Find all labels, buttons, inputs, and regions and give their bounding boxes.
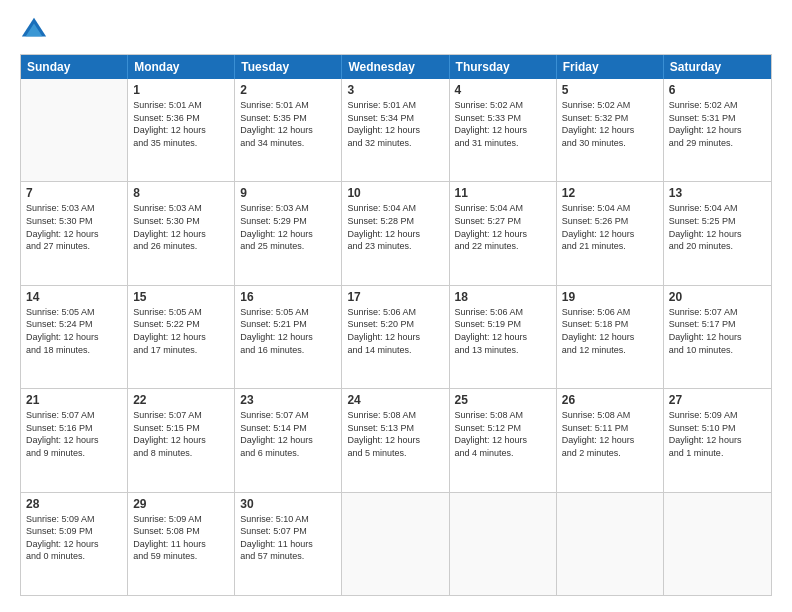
day-number: 26 [562, 393, 658, 407]
day-header-wednesday: Wednesday [342, 55, 449, 79]
day-info: Sunrise: 5:06 AM Sunset: 5:19 PM Dayligh… [455, 306, 551, 356]
day-number: 8 [133, 186, 229, 200]
day-number: 3 [347, 83, 443, 97]
day-info: Sunrise: 5:09 AM Sunset: 5:08 PM Dayligh… [133, 513, 229, 563]
day-cell-10: 10Sunrise: 5:04 AM Sunset: 5:28 PM Dayli… [342, 182, 449, 284]
week-row-1: 7Sunrise: 5:03 AM Sunset: 5:30 PM Daylig… [21, 182, 771, 285]
day-info: Sunrise: 5:05 AM Sunset: 5:24 PM Dayligh… [26, 306, 122, 356]
day-header-thursday: Thursday [450, 55, 557, 79]
day-info: Sunrise: 5:07 AM Sunset: 5:15 PM Dayligh… [133, 409, 229, 459]
day-cell-30: 30Sunrise: 5:10 AM Sunset: 5:07 PM Dayli… [235, 493, 342, 595]
day-cell-12: 12Sunrise: 5:04 AM Sunset: 5:26 PM Dayli… [557, 182, 664, 284]
day-cell-29: 29Sunrise: 5:09 AM Sunset: 5:08 PM Dayli… [128, 493, 235, 595]
day-number: 12 [562, 186, 658, 200]
day-cell-22: 22Sunrise: 5:07 AM Sunset: 5:15 PM Dayli… [128, 389, 235, 491]
week-row-3: 21Sunrise: 5:07 AM Sunset: 5:16 PM Dayli… [21, 389, 771, 492]
day-cell-24: 24Sunrise: 5:08 AM Sunset: 5:13 PM Dayli… [342, 389, 449, 491]
day-number: 30 [240, 497, 336, 511]
day-info: Sunrise: 5:10 AM Sunset: 5:07 PM Dayligh… [240, 513, 336, 563]
day-header-tuesday: Tuesday [235, 55, 342, 79]
day-number: 18 [455, 290, 551, 304]
day-cell-17: 17Sunrise: 5:06 AM Sunset: 5:20 PM Dayli… [342, 286, 449, 388]
day-cell-4: 4Sunrise: 5:02 AM Sunset: 5:33 PM Daylig… [450, 79, 557, 181]
day-number: 29 [133, 497, 229, 511]
day-info: Sunrise: 5:08 AM Sunset: 5:13 PM Dayligh… [347, 409, 443, 459]
day-info: Sunrise: 5:09 AM Sunset: 5:10 PM Dayligh… [669, 409, 766, 459]
day-number: 28 [26, 497, 122, 511]
day-cell-6: 6Sunrise: 5:02 AM Sunset: 5:31 PM Daylig… [664, 79, 771, 181]
day-cell-19: 19Sunrise: 5:06 AM Sunset: 5:18 PM Dayli… [557, 286, 664, 388]
day-cell-11: 11Sunrise: 5:04 AM Sunset: 5:27 PM Dayli… [450, 182, 557, 284]
day-cell-15: 15Sunrise: 5:05 AM Sunset: 5:22 PM Dayli… [128, 286, 235, 388]
week-row-0: 1Sunrise: 5:01 AM Sunset: 5:36 PM Daylig… [21, 79, 771, 182]
empty-cell [342, 493, 449, 595]
day-cell-3: 3Sunrise: 5:01 AM Sunset: 5:34 PM Daylig… [342, 79, 449, 181]
day-cell-26: 26Sunrise: 5:08 AM Sunset: 5:11 PM Dayli… [557, 389, 664, 491]
day-header-monday: Monday [128, 55, 235, 79]
day-cell-7: 7Sunrise: 5:03 AM Sunset: 5:30 PM Daylig… [21, 182, 128, 284]
day-number: 21 [26, 393, 122, 407]
day-cell-20: 20Sunrise: 5:07 AM Sunset: 5:17 PM Dayli… [664, 286, 771, 388]
day-number: 11 [455, 186, 551, 200]
day-cell-14: 14Sunrise: 5:05 AM Sunset: 5:24 PM Dayli… [21, 286, 128, 388]
day-cell-18: 18Sunrise: 5:06 AM Sunset: 5:19 PM Dayli… [450, 286, 557, 388]
day-info: Sunrise: 5:07 AM Sunset: 5:14 PM Dayligh… [240, 409, 336, 459]
day-number: 24 [347, 393, 443, 407]
day-info: Sunrise: 5:07 AM Sunset: 5:17 PM Dayligh… [669, 306, 766, 356]
empty-cell [557, 493, 664, 595]
day-number: 25 [455, 393, 551, 407]
day-info: Sunrise: 5:06 AM Sunset: 5:18 PM Dayligh… [562, 306, 658, 356]
day-number: 7 [26, 186, 122, 200]
day-cell-21: 21Sunrise: 5:07 AM Sunset: 5:16 PM Dayli… [21, 389, 128, 491]
header [20, 16, 772, 44]
day-info: Sunrise: 5:05 AM Sunset: 5:22 PM Dayligh… [133, 306, 229, 356]
day-info: Sunrise: 5:04 AM Sunset: 5:28 PM Dayligh… [347, 202, 443, 252]
day-number: 20 [669, 290, 766, 304]
day-info: Sunrise: 5:03 AM Sunset: 5:30 PM Dayligh… [26, 202, 122, 252]
day-info: Sunrise: 5:01 AM Sunset: 5:36 PM Dayligh… [133, 99, 229, 149]
day-cell-1: 1Sunrise: 5:01 AM Sunset: 5:36 PM Daylig… [128, 79, 235, 181]
day-number: 14 [26, 290, 122, 304]
calendar-body: 1Sunrise: 5:01 AM Sunset: 5:36 PM Daylig… [21, 79, 771, 595]
day-cell-25: 25Sunrise: 5:08 AM Sunset: 5:12 PM Dayli… [450, 389, 557, 491]
day-info: Sunrise: 5:01 AM Sunset: 5:35 PM Dayligh… [240, 99, 336, 149]
day-number: 5 [562, 83, 658, 97]
day-number: 27 [669, 393, 766, 407]
day-number: 13 [669, 186, 766, 200]
day-info: Sunrise: 5:05 AM Sunset: 5:21 PM Dayligh… [240, 306, 336, 356]
day-cell-8: 8Sunrise: 5:03 AM Sunset: 5:30 PM Daylig… [128, 182, 235, 284]
day-header-sunday: Sunday [21, 55, 128, 79]
day-info: Sunrise: 5:04 AM Sunset: 5:26 PM Dayligh… [562, 202, 658, 252]
day-info: Sunrise: 5:02 AM Sunset: 5:32 PM Dayligh… [562, 99, 658, 149]
day-info: Sunrise: 5:03 AM Sunset: 5:29 PM Dayligh… [240, 202, 336, 252]
day-cell-28: 28Sunrise: 5:09 AM Sunset: 5:09 PM Dayli… [21, 493, 128, 595]
page: SundayMondayTuesdayWednesdayThursdayFrid… [0, 0, 792, 612]
logo-icon [20, 16, 48, 44]
day-info: Sunrise: 5:02 AM Sunset: 5:33 PM Dayligh… [455, 99, 551, 149]
day-cell-5: 5Sunrise: 5:02 AM Sunset: 5:32 PM Daylig… [557, 79, 664, 181]
day-cell-23: 23Sunrise: 5:07 AM Sunset: 5:14 PM Dayli… [235, 389, 342, 491]
day-info: Sunrise: 5:07 AM Sunset: 5:16 PM Dayligh… [26, 409, 122, 459]
day-number: 10 [347, 186, 443, 200]
day-number: 22 [133, 393, 229, 407]
week-row-2: 14Sunrise: 5:05 AM Sunset: 5:24 PM Dayli… [21, 286, 771, 389]
day-cell-2: 2Sunrise: 5:01 AM Sunset: 5:35 PM Daylig… [235, 79, 342, 181]
day-info: Sunrise: 5:04 AM Sunset: 5:25 PM Dayligh… [669, 202, 766, 252]
day-number: 1 [133, 83, 229, 97]
empty-cell [21, 79, 128, 181]
day-number: 9 [240, 186, 336, 200]
day-cell-9: 9Sunrise: 5:03 AM Sunset: 5:29 PM Daylig… [235, 182, 342, 284]
week-row-4: 28Sunrise: 5:09 AM Sunset: 5:09 PM Dayli… [21, 493, 771, 595]
day-number: 4 [455, 83, 551, 97]
day-number: 19 [562, 290, 658, 304]
day-number: 6 [669, 83, 766, 97]
day-info: Sunrise: 5:02 AM Sunset: 5:31 PM Dayligh… [669, 99, 766, 149]
day-cell-16: 16Sunrise: 5:05 AM Sunset: 5:21 PM Dayli… [235, 286, 342, 388]
calendar: SundayMondayTuesdayWednesdayThursdayFrid… [20, 54, 772, 596]
day-number: 16 [240, 290, 336, 304]
calendar-header: SundayMondayTuesdayWednesdayThursdayFrid… [21, 55, 771, 79]
day-info: Sunrise: 5:09 AM Sunset: 5:09 PM Dayligh… [26, 513, 122, 563]
day-number: 2 [240, 83, 336, 97]
day-cell-13: 13Sunrise: 5:04 AM Sunset: 5:25 PM Dayli… [664, 182, 771, 284]
day-number: 23 [240, 393, 336, 407]
